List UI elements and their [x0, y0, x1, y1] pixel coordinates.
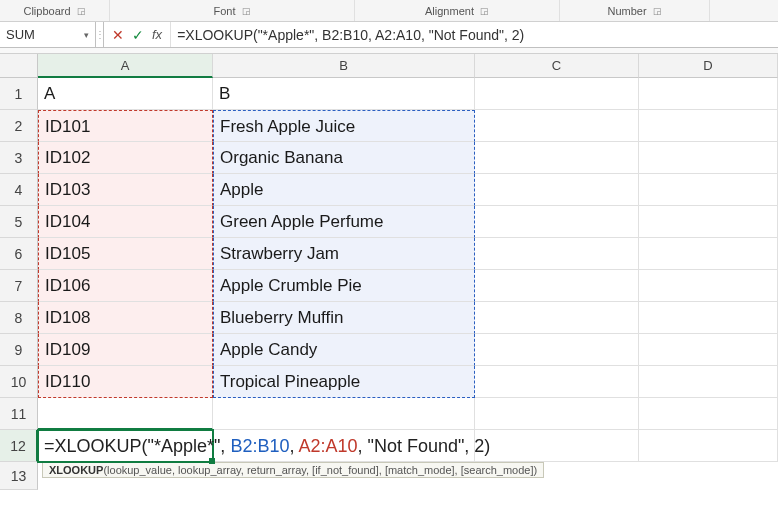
column-header-A[interactable]: A	[38, 54, 213, 78]
cell-B4[interactable]: Apple	[213, 174, 475, 206]
name-box-value: SUM	[6, 27, 35, 42]
formula-range-blue: B2:B10	[230, 436, 289, 456]
ribbon-group-number: Number ◲	[560, 0, 710, 21]
cell-B7[interactable]: Apple Crumble Pie	[213, 270, 475, 302]
ribbon-group-font: Font ◲	[110, 0, 355, 21]
formula-range-red: A2:A10	[298, 436, 357, 456]
dialog-launcher-icon[interactable]: ◲	[242, 6, 251, 16]
dialog-launcher-icon[interactable]: ◲	[77, 6, 86, 16]
tooltip-func-name: XLOOKUP	[49, 464, 103, 476]
ribbon-group-clipboard: Clipboard ◲	[0, 0, 110, 21]
cell-A6[interactable]: ID105	[38, 238, 213, 270]
cell-edit-text: =XLOOKUP("*Apple*", B2:B10, A2:A10, "Not…	[44, 434, 490, 458]
cell-D10[interactable]	[639, 366, 778, 398]
cell-C7[interactable]	[475, 270, 639, 302]
cell-D3[interactable]	[639, 142, 778, 174]
tooltip-signature: (lookup_value, lookup_array, return_arra…	[103, 464, 537, 476]
cell-A11[interactable]	[38, 398, 213, 430]
row-header-8[interactable]: 8	[0, 302, 38, 334]
cell-A3[interactable]: ID102	[38, 142, 213, 174]
spreadsheet-grid[interactable]: A B C D 1 A B 2 ID101 Fresh Apple Juice …	[0, 54, 778, 490]
cell-A8[interactable]: ID108	[38, 302, 213, 334]
cell-A1[interactable]: A	[38, 78, 213, 110]
ribbon-group-labels: Clipboard ◲ Font ◲ Alignment ◲ Number ◲	[0, 0, 778, 22]
cell-D5[interactable]	[639, 206, 778, 238]
cell-B9[interactable]: Apple Candy	[213, 334, 475, 366]
row-header-10[interactable]: 10	[0, 366, 38, 398]
formula-bar-buttons: ✕ ✓ fx	[104, 22, 171, 47]
cell-B3[interactable]: Organic Banana	[213, 142, 475, 174]
cell-C3[interactable]	[475, 142, 639, 174]
cell-C2[interactable]	[475, 110, 639, 142]
row-header-6[interactable]: 6	[0, 238, 38, 270]
row-header-9[interactable]: 9	[0, 334, 38, 366]
column-header-C[interactable]: C	[475, 54, 639, 78]
cell-B10[interactable]: Tropical Pineapple	[213, 366, 475, 398]
row-header-1[interactable]: 1	[0, 78, 38, 110]
formula-tooltip: XLOOKUP(lookup_value, lookup_array, retu…	[42, 462, 544, 478]
cell-A12-editing[interactable]: =XLOOKUP("*Apple*", B2:B10, A2:A10, "Not…	[38, 430, 213, 462]
row-header-4[interactable]: 4	[0, 174, 38, 206]
row-header-11[interactable]: 11	[0, 398, 38, 430]
ribbon-group-alignment: Alignment ◲	[355, 0, 560, 21]
cell-B8[interactable]: Blueberry Muffin	[213, 302, 475, 334]
cell-D8[interactable]	[639, 302, 778, 334]
formula-part: , "Not Found", 2)	[357, 436, 490, 456]
ribbon-group-label: Number	[607, 5, 646, 17]
cell-C12[interactable]	[475, 430, 639, 462]
cell-A4[interactable]: ID103	[38, 174, 213, 206]
cell-D12[interactable]	[639, 430, 778, 462]
row-header-5[interactable]: 5	[0, 206, 38, 238]
cell-B2[interactable]: Fresh Apple Juice	[213, 110, 475, 142]
cell-D11[interactable]	[639, 398, 778, 430]
row-header-13[interactable]: 13	[0, 462, 38, 490]
row-header-7[interactable]: 7	[0, 270, 38, 302]
confirm-edit-icon[interactable]: ✓	[132, 27, 144, 43]
select-all-corner[interactable]	[0, 54, 38, 78]
column-header-B[interactable]: B	[213, 54, 475, 78]
formula-bar-input[interactable]	[171, 22, 778, 47]
cell-C5[interactable]	[475, 206, 639, 238]
cell-D4[interactable]	[639, 174, 778, 206]
cell-D7[interactable]	[639, 270, 778, 302]
cell-C6[interactable]	[475, 238, 639, 270]
cell-B1[interactable]: B	[213, 78, 475, 110]
cell-B6[interactable]: Strawberry Jam	[213, 238, 475, 270]
dialog-launcher-icon[interactable]: ◲	[653, 6, 662, 16]
cell-C4[interactable]	[475, 174, 639, 206]
cell-A7[interactable]: ID106	[38, 270, 213, 302]
formula-tooltip-area: XLOOKUP(lookup_value, lookup_array, retu…	[38, 462, 778, 482]
insert-function-icon[interactable]: fx	[152, 27, 162, 42]
cell-C11[interactable]	[475, 398, 639, 430]
cell-B5[interactable]: Green Apple Perfume	[213, 206, 475, 238]
formula-part: =XLOOKUP("*Apple*",	[44, 436, 230, 456]
ribbon-group-label: Clipboard	[23, 5, 70, 17]
formula-bar-row: SUM ▾ ⋮ ✕ ✓ fx	[0, 22, 778, 48]
cell-A2[interactable]: ID101	[38, 110, 213, 142]
row-header-3[interactable]: 3	[0, 142, 38, 174]
row-header-2[interactable]: 2	[0, 110, 38, 142]
chevron-down-icon[interactable]: ▾	[84, 30, 89, 40]
cell-D2[interactable]	[639, 110, 778, 142]
cell-A9[interactable]: ID109	[38, 334, 213, 366]
cell-A10[interactable]: ID110	[38, 366, 213, 398]
cell-D1[interactable]	[639, 78, 778, 110]
ribbon-group-label: Font	[213, 5, 235, 17]
cell-D6[interactable]	[639, 238, 778, 270]
cell-B11[interactable]	[213, 398, 475, 430]
cancel-edit-icon[interactable]: ✕	[112, 27, 124, 43]
cell-C9[interactable]	[475, 334, 639, 366]
cell-C8[interactable]	[475, 302, 639, 334]
column-header-D[interactable]: D	[639, 54, 778, 78]
row-header-12[interactable]: 12	[0, 430, 38, 462]
cell-C10[interactable]	[475, 366, 639, 398]
cell-C1[interactable]	[475, 78, 639, 110]
ribbon-group-label: Alignment	[425, 5, 474, 17]
cell-A5[interactable]: ID104	[38, 206, 213, 238]
dialog-launcher-icon[interactable]: ◲	[480, 6, 489, 16]
cell-D9[interactable]	[639, 334, 778, 366]
name-box[interactable]: SUM ▾	[0, 22, 96, 47]
formula-bar-sep: ⋮	[96, 22, 104, 47]
